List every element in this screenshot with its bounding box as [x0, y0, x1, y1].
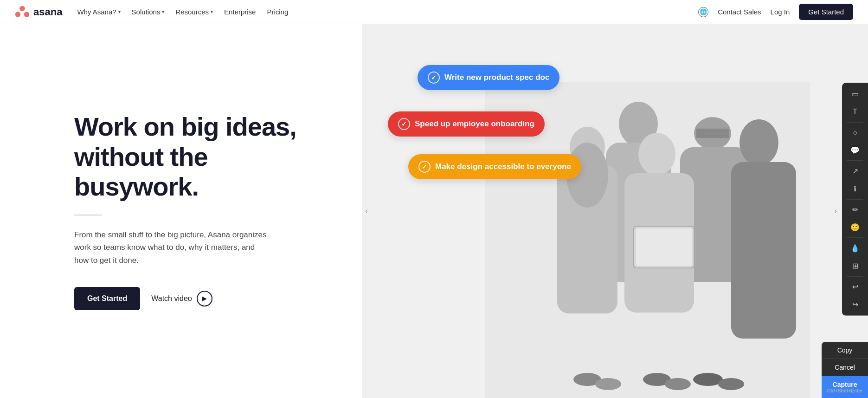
- task-bubble-orange: ✓ Make design accessible to everyone: [408, 154, 581, 179]
- nav-pricing[interactable]: Pricing: [267, 8, 288, 16]
- capture-shortcut: Ctrl+Shift+Enter: [827, 388, 862, 393]
- fill-tool-button[interactable]: 💧: [846, 240, 864, 256]
- check-icon-blue: ✓: [428, 72, 440, 84]
- svg-point-0: [19, 6, 25, 11]
- login-link[interactable]: Log In: [771, 8, 790, 16]
- svg-rect-7: [696, 129, 729, 138]
- toolbar-divider-5: [847, 276, 863, 276]
- screenshot-bottom-bar: Copy Cancel Capture Ctrl+Shift+Enter: [822, 342, 868, 398]
- comment-tool-button[interactable]: 💬: [846, 142, 864, 158]
- grid-tool-button[interactable]: ⊞: [846, 257, 864, 274]
- svg-point-2: [24, 12, 29, 17]
- cancel-button[interactable]: Cancel: [822, 359, 868, 376]
- svg-rect-23: [731, 162, 796, 339]
- nav-enterprise[interactable]: Enterprise: [224, 8, 256, 16]
- chevron-down-icon: ▾: [211, 9, 213, 14]
- left-panel: Work on big ideas, without the busywork.…: [0, 24, 362, 398]
- check-icon-orange: ✓: [418, 161, 431, 173]
- svg-rect-15: [636, 228, 692, 266]
- nav-resources[interactable]: Resources ▾: [175, 8, 213, 16]
- redo-button[interactable]: ↪: [846, 296, 864, 313]
- watch-video-button[interactable]: Watch video ▶: [151, 291, 212, 307]
- contact-sales-link[interactable]: Contact Sales: [718, 8, 761, 16]
- hero-description: From the small stuff to the big picture,…: [74, 228, 269, 267]
- rectangle-tool-button[interactable]: ▭: [846, 85, 864, 102]
- nav-links: Why Asana? ▾ Solutions ▾ Resources ▾ Ent…: [77, 8, 683, 16]
- toolbar-divider-2: [847, 160, 863, 161]
- page-body: Work on big ideas, without the busywork.…: [0, 0, 868, 398]
- right-panel: ✓ Write new product spec doc ✓ Speed up …: [362, 24, 868, 398]
- globe-icon[interactable]: 🌐: [698, 7, 708, 17]
- task-bubble-red: ✓ Speed up employee onboarding: [388, 111, 545, 137]
- svg-point-19: [665, 378, 691, 390]
- asana-logo-icon: [15, 6, 30, 19]
- undo-button[interactable]: ↩: [846, 278, 864, 295]
- nav-solutions[interactable]: Solutions ▾: [132, 8, 165, 16]
- navbar: asana Why Asana? ▾ Solutions ▾ Resources…: [0, 0, 868, 24]
- emoji-tool-button[interactable]: 🙂: [846, 219, 864, 235]
- scroll-right-icon[interactable]: ›: [831, 202, 840, 221]
- svg-point-21: [718, 378, 744, 390]
- nav-why-asana[interactable]: Why Asana? ▾: [77, 8, 120, 16]
- hero-title: Work on big ideas, without the busywork.: [74, 112, 325, 202]
- chevron-down-icon: ▾: [162, 9, 164, 14]
- info-tool-button[interactable]: ℹ: [846, 180, 864, 197]
- scroll-left-icon[interactable]: ‹: [362, 202, 371, 221]
- text-tool-button[interactable]: T: [846, 103, 864, 120]
- task-bubble-blue: ✓ Write new product spec doc: [418, 65, 559, 90]
- chevron-down-icon: ▾: [118, 9, 121, 14]
- circle-tool-button[interactable]: ○: [846, 124, 864, 141]
- toolbar-divider-1: [847, 122, 863, 122]
- hero-actions: Get Started Watch video ▶: [74, 287, 325, 310]
- check-icon-red: ✓: [398, 118, 410, 130]
- get-started-button[interactable]: Get Started: [74, 287, 140, 310]
- toolbar-divider-3: [847, 199, 863, 199]
- svg-point-17: [595, 378, 621, 390]
- nav-right: 🌐 Contact Sales Log In Get Started: [698, 4, 853, 20]
- hero-divider: [74, 215, 102, 215]
- play-icon: ▶: [197, 291, 212, 307]
- pen-tool-button[interactable]: ✏: [846, 201, 864, 218]
- logo-text: asana: [33, 6, 62, 18]
- svg-point-22: [739, 119, 778, 166]
- capture-button[interactable]: Capture Ctrl+Shift+Enter: [822, 376, 868, 398]
- arrow-tool-button[interactable]: ↗: [846, 163, 864, 179]
- nav-get-started-button[interactable]: Get Started: [799, 4, 853, 20]
- svg-point-1: [15, 12, 20, 17]
- screenshot-toolbar: ▭ T ○ 💬 ↗ ℹ ✏ 🙂 💧 ⊞ ↩ ↪: [842, 83, 868, 315]
- svg-point-12: [638, 133, 675, 176]
- logo-link[interactable]: asana: [15, 6, 62, 19]
- toolbar-divider-4: [847, 237, 863, 238]
- copy-button[interactable]: Copy: [822, 342, 868, 359]
